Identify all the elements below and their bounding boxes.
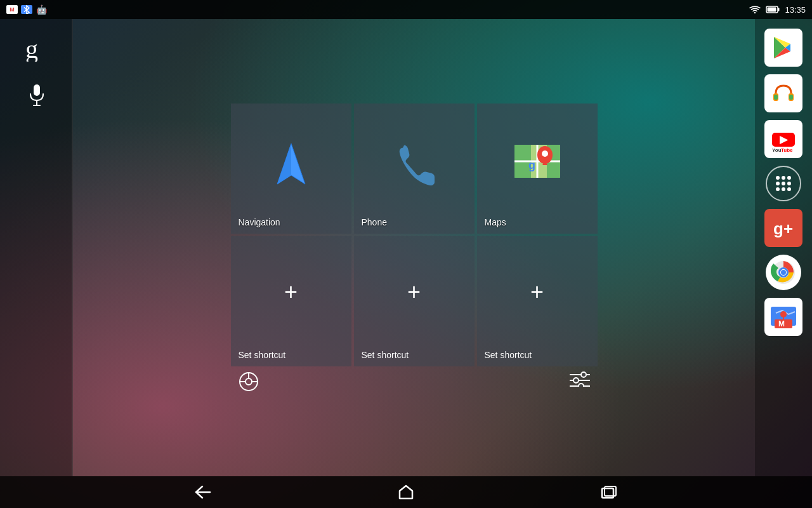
svg-point-28 [781, 270, 786, 275]
status-bar-right: 13:35 [749, 5, 806, 15]
svg-rect-4 [34, 84, 40, 96]
maps-app-cell[interactable]: g Maps [477, 104, 598, 234]
maps-mail-app-icon[interactable]: M [764, 298, 802, 336]
svg-text:▶: ▶ [780, 134, 789, 145]
svg-text:g: g [528, 159, 535, 171]
svg-rect-1 [768, 8, 776, 12]
status-bar: M 🤖 13:35 [0, 0, 812, 19]
play-store-app-icon[interactable] [764, 29, 802, 67]
left-sidebar: g [0, 19, 73, 476]
voice-search-button[interactable] [24, 83, 49, 108]
right-sidebar: ▶ You Tube g+ [755, 19, 812, 476]
status-bar-left: M 🤖 [6, 4, 47, 15]
shortcut-label-1: Set shortcut [239, 350, 286, 360]
settings-sliders-button[interactable] [570, 371, 590, 392]
battery-icon [766, 6, 780, 13]
clock: 13:35 [785, 5, 806, 15]
google-plus-app-icon[interactable]: g+ [764, 209, 802, 247]
steering-wheel-button[interactable] [239, 371, 259, 392]
gmail-notification-icon: M [6, 5, 18, 14]
svg-rect-10 [789, 95, 793, 100]
set-shortcut-cell-1[interactable]: + Set shortcut [231, 236, 351, 366]
svg-point-21 [776, 187, 780, 191]
svg-rect-9 [774, 95, 778, 100]
maps-label: Maps [477, 217, 506, 227]
microphone-icon [28, 84, 46, 107]
svg-point-31 [780, 311, 787, 318]
shortcut-widget: Navigation Phone [231, 104, 598, 392]
android-icon: 🤖 [36, 4, 47, 15]
app-grid: Navigation Phone [231, 104, 598, 366]
chrome-app-icon[interactable] [766, 255, 801, 290]
shortcut-label-3: Set shortcut [485, 350, 532, 360]
set-shortcut-cell-3[interactable]: + Set shortcut [477, 236, 598, 366]
svg-point-46 [581, 372, 586, 377]
phone-app-cell[interactable]: Phone [354, 104, 475, 234]
svg-text:g: g [25, 35, 38, 62]
plus-icon-2: + [407, 281, 421, 304]
svg-point-38 [542, 150, 548, 157]
svg-text:You: You [772, 147, 782, 153]
shortcut-label-2: Set shortcut [362, 350, 409, 360]
svg-text:Tube: Tube [781, 147, 793, 153]
phone-icon [391, 141, 437, 187]
plus-icon-1: + [284, 281, 298, 304]
svg-point-16 [782, 176, 785, 180]
svg-text:M: M [778, 319, 785, 328]
navigation-app-cell[interactable]: Navigation [231, 104, 351, 234]
grid-dots-icon [773, 173, 794, 194]
svg-point-18 [776, 182, 780, 185]
svg-point-41 [246, 378, 252, 385]
wifi-icon [749, 5, 761, 14]
navigation-label: Navigation [231, 217, 280, 227]
phone-label: Phone [354, 217, 387, 227]
navigation-bar [0, 476, 812, 508]
svg-rect-2 [778, 8, 780, 11]
bluetooth-icon [21, 5, 32, 14]
navigation-icon [266, 138, 317, 189]
google-g-icon: g [23, 34, 51, 62]
svg-point-20 [787, 182, 791, 185]
plus-icon-3: + [530, 281, 544, 304]
maps-icon: g [512, 142, 563, 187]
svg-point-19 [782, 182, 785, 185]
youtube-app-icon[interactable]: ▶ You Tube [764, 120, 802, 158]
back-button[interactable] [190, 479, 216, 505]
svg-point-48 [573, 378, 579, 383]
set-shortcut-cell-2[interactable]: + Set shortcut [354, 236, 475, 366]
svg-point-15 [776, 176, 780, 180]
apps-grid-icon[interactable] [766, 166, 801, 201]
svg-point-22 [782, 187, 785, 191]
recents-button[interactable] [596, 479, 622, 505]
svg-text:g+: g+ [773, 219, 793, 238]
home-button[interactable] [393, 479, 419, 505]
widget-bottom-controls [231, 366, 598, 392]
main-content: Navigation Phone [73, 19, 755, 476]
headphones-app-icon[interactable] [764, 74, 802, 112]
svg-point-23 [787, 187, 791, 191]
google-search-button[interactable]: g [21, 32, 53, 64]
svg-point-17 [787, 176, 791, 180]
svg-point-50 [579, 384, 584, 387]
